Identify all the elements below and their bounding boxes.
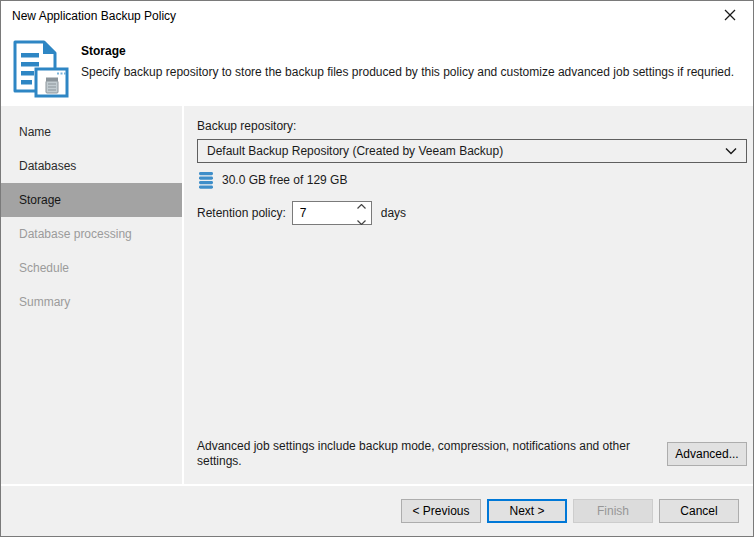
retention-days-spinner[interactable] (292, 201, 372, 225)
sidebar-item-label: Databases (19, 159, 76, 173)
sidebar-item-database-processing[interactable]: Database processing (1, 217, 182, 251)
sidebar-item-name[interactable]: Name (1, 115, 182, 149)
close-icon (724, 9, 736, 24)
chevron-down-icon (725, 147, 737, 155)
previous-button[interactable]: < Previous (401, 499, 481, 523)
sidebar-item-label: Name (19, 125, 51, 139)
sidebar-item-databases[interactable]: Databases (1, 149, 182, 183)
backup-repository-dropdown[interactable]: Default Backup Repository (Created by Ve… (197, 139, 747, 163)
close-button[interactable] (707, 1, 753, 31)
sidebar-item-label: Summary (19, 295, 70, 309)
retention-policy-label: Retention policy: (197, 206, 286, 220)
window-title: New Application Backup Policy (12, 9, 176, 23)
storage-step-content: Backup repository: Default Backup Reposi… (184, 106, 754, 484)
sidebar-item-summary[interactable]: Summary (1, 285, 182, 319)
sidebar-item-storage[interactable]: Storage (1, 183, 182, 217)
sidebar-item-label: Database processing (19, 227, 132, 241)
retention-policy-row: Retention policy: (197, 201, 747, 225)
spin-up-icon[interactable] (357, 198, 366, 212)
finish-button[interactable]: Finish (573, 499, 653, 523)
advanced-settings-row: Advanced job settings include backup mod… (197, 439, 747, 470)
sidebar-item-label: Schedule (19, 261, 69, 275)
wizard-header: Storage Specify backup repository to sto… (1, 31, 753, 106)
wizard-dialog: New Application Backup Policy (0, 0, 754, 537)
advanced-settings-note: Advanced job settings include backup mod… (197, 439, 667, 470)
backup-repository-selected-value: Default Backup Repository (Created by Ve… (207, 144, 725, 158)
wizard-body: Name Databases Storage Database processi… (1, 106, 753, 484)
wizard-footer: < Previous Next > Finish Cancel (1, 484, 753, 536)
retention-days-input[interactable] (293, 206, 353, 220)
backup-policy-wizard-icon (10, 39, 70, 99)
sidebar-item-schedule[interactable]: Schedule (1, 251, 182, 285)
wizard-steps-sidebar: Name Databases Storage Database processi… (1, 106, 184, 484)
free-space-text: 30.0 GB free of 129 GB (222, 173, 347, 187)
next-button[interactable]: Next > (487, 499, 567, 523)
retention-unit-label: days (381, 206, 406, 220)
backup-repository-label: Backup repository: (197, 119, 747, 133)
header-text: Storage Specify backup repository to sto… (81, 39, 734, 106)
content-spacer (197, 225, 747, 439)
title-bar: New Application Backup Policy (1, 1, 753, 31)
free-space-row: 30.0 GB free of 129 GB (197, 171, 747, 189)
advanced-button[interactable]: Advanced... (667, 442, 747, 466)
step-description: Specify backup repository to store the b… (81, 65, 734, 79)
repository-disk-stack-icon (199, 172, 213, 189)
step-title: Storage (81, 44, 734, 58)
sidebar-item-label: Storage (19, 193, 61, 207)
spinner-buttons (353, 202, 371, 224)
cancel-button[interactable]: Cancel (659, 499, 739, 523)
